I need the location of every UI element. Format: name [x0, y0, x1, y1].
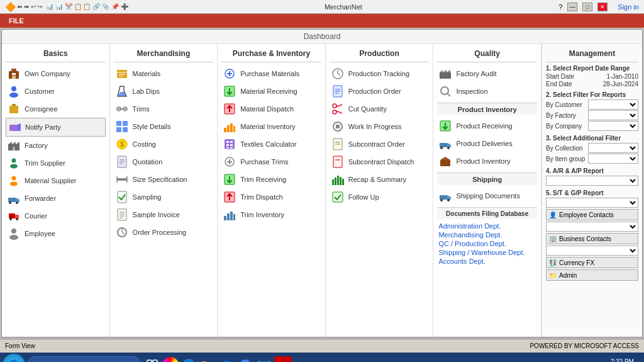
- subcontract-dispatch-item[interactable]: Subcontract Dispatch: [330, 153, 430, 171]
- svg-marker-12: [8, 142, 12, 144]
- product-inventory-item[interactable]: Product Inventory: [437, 152, 537, 170]
- currency-fx-btn[interactable]: 💱 Currency FX: [546, 257, 638, 268]
- own-company-item[interactable]: Own Company: [6, 65, 106, 82]
- svg-rect-9: [9, 125, 17, 131]
- factory-audit-item[interactable]: Factory Audit: [437, 65, 537, 82]
- product-receiving-item[interactable]: Product Receiving: [437, 117, 537, 135]
- admin-btn[interactable]: 📁 Admin: [546, 269, 638, 281]
- task-view-btn[interactable]: [143, 356, 161, 362]
- trim-receiving-item[interactable]: Trim Receiving: [221, 171, 321, 188]
- forwarder-item[interactable]: Forwarder: [6, 189, 106, 207]
- ar-ap-select[interactable]: [546, 176, 638, 186]
- trim-dispatch-item[interactable]: Trim Dispatch: [221, 188, 321, 206]
- svg-point-22: [9, 201, 11, 204]
- tb-chrome-icon[interactable]: [236, 356, 254, 362]
- material-dispatch-item[interactable]: Material Dispatch: [221, 100, 321, 118]
- tb-access-icon[interactable]: A: [274, 356, 292, 362]
- sign-in-link[interactable]: Sign in: [618, 3, 639, 11]
- subcontract-order-item[interactable]: Subcontract Order: [330, 135, 430, 153]
- materials-item[interactable]: Materials: [114, 65, 214, 82]
- employee-contacts-btn[interactable]: 👤 Employee Contacts: [546, 209, 638, 220]
- by-item-group-select[interactable]: [588, 154, 638, 164]
- purchase-materials-item[interactable]: Purchase Materials: [221, 65, 321, 82]
- employee-contacts-select[interactable]: [546, 222, 638, 232]
- admin-dept-item[interactable]: Administration Dept.: [438, 222, 536, 230]
- business-contacts-btn[interactable]: 🏢 Business Contacts: [546, 233, 638, 244]
- accounts-dept-item[interactable]: Accounts Dept.: [438, 257, 536, 266]
- sampling-item[interactable]: Sampling: [114, 188, 214, 206]
- production-tracking-icon: [331, 67, 345, 81]
- sr-gp-select[interactable]: [546, 198, 638, 208]
- order-processing-item[interactable]: Order Processing: [114, 223, 214, 241]
- svg-rect-99: [333, 156, 342, 167]
- main-area: Dashboard Basics Own Company Customer Co…: [1, 29, 643, 337]
- minimize-btn[interactable]: —: [567, 3, 577, 11]
- tb-mail-icon[interactable]: [255, 356, 273, 362]
- material-inventory-item[interactable]: Material Inventory: [221, 118, 321, 135]
- svg-point-26: [9, 218, 12, 220]
- trims-item[interactable]: Trims: [114, 100, 214, 118]
- tb-browser-icon[interactable]: [180, 356, 197, 362]
- tb-edge-icon[interactable]: [218, 356, 235, 362]
- production-tracking-item[interactable]: Production Tracking: [330, 65, 430, 82]
- notify-party-item[interactable]: Notify Party: [6, 118, 106, 137]
- close-btn[interactable]: ✕: [597, 3, 608, 11]
- by-collection-select[interactable]: [588, 143, 638, 153]
- maximize-btn[interactable]: □: [582, 3, 592, 11]
- taskbar-search-box[interactable]: [28, 356, 141, 362]
- consignee-item[interactable]: Consignee: [6, 100, 106, 118]
- material-dispatch-label: Material Dispatch: [240, 105, 294, 113]
- help-btn[interactable]: ?: [558, 3, 562, 11]
- courier-item[interactable]: Courier: [6, 207, 106, 225]
- by-customer-select[interactable]: [588, 99, 638, 110]
- product-deliveries-item[interactable]: Product Deliveries: [437, 135, 537, 152]
- by-factory-select[interactable]: [588, 110, 638, 120]
- costing-item[interactable]: $ Costing: [114, 135, 214, 153]
- factory-item[interactable]: Factory: [6, 137, 106, 154]
- title-bar: 🔶 ⬅ ➡ ↩ ↪ 📊 📊 ✂️ 📋 📋 🔗 📎 📌 ➕ MerchanNet …: [0, 0, 644, 14]
- shipping-documents-item[interactable]: Shipping Documents: [437, 187, 537, 205]
- management-column: Management 1. Select Report Date Range S…: [541, 44, 642, 337]
- svg-point-16: [12, 159, 16, 163]
- inspection-item[interactable]: Inspection: [437, 82, 537, 100]
- svg-rect-67: [233, 126, 235, 132]
- material-supplier-icon: [7, 174, 21, 188]
- follow-up-item[interactable]: Follow Up: [330, 188, 430, 206]
- material-supplier-item[interactable]: Material Supplier: [6, 172, 106, 189]
- qc-dept-item[interactable]: QC / Production Dept.: [438, 239, 536, 248]
- material-receiving-item[interactable]: Material Receiving: [221, 82, 321, 100]
- trim-supplier-item[interactable]: Trim Supplier: [6, 154, 106, 172]
- lab-dips-icon: [115, 84, 129, 98]
- by-company-label: By Company: [546, 123, 587, 130]
- management-header: Management: [546, 47, 638, 62]
- customer-icon: [7, 84, 21, 98]
- file-button[interactable]: FILE: [4, 16, 29, 26]
- tb-file-explorer-icon[interactable]: [199, 356, 216, 362]
- employee-item[interactable]: Employee: [6, 225, 106, 242]
- purchase-trims-item[interactable]: Purchase Trims: [221, 153, 321, 171]
- work-in-progress-item[interactable]: Work In Progress: [330, 118, 430, 135]
- style-details-item[interactable]: Style Details: [114, 118, 214, 135]
- trim-dispatch-label: Trim Dispatch: [240, 193, 282, 201]
- sample-invoice-item[interactable]: Sample Invoice: [114, 206, 214, 223]
- trims-icon: [115, 102, 129, 116]
- size-spec-item[interactable]: Size Specification: [114, 171, 214, 188]
- merch-dept-item[interactable]: Merchandising Dept.: [438, 230, 536, 239]
- tb-colorwheel-icon[interactable]: [162, 357, 179, 362]
- quotation-item[interactable]: Quotation: [114, 153, 214, 171]
- title-bar-right: ? — □ ✕ Sign in: [558, 3, 639, 11]
- recap-summary-item[interactable]: Recap & Summary: [330, 171, 430, 188]
- customer-item[interactable]: Customer: [6, 82, 106, 100]
- production-order-item[interactable]: Production Order: [330, 82, 430, 100]
- by-company-select[interactable]: [588, 121, 638, 131]
- textiles-calc-item[interactable]: Textiles Calculator: [221, 135, 321, 153]
- cut-quantity-item[interactable]: Cut Quantity: [330, 100, 430, 118]
- business-contacts-select[interactable]: [546, 246, 638, 256]
- shipping-dept-item[interactable]: Shipping / Warehouse Dept.: [438, 248, 536, 257]
- svg-point-23: [16, 201, 18, 204]
- docs-filing-header: Documents Filing Database: [437, 207, 537, 219]
- trim-inventory-item[interactable]: Trim Inventory: [221, 206, 321, 223]
- svg-point-28: [11, 229, 16, 234]
- start-button[interactable]: [3, 354, 25, 362]
- lab-dips-item[interactable]: Lab Dips: [114, 82, 214, 100]
